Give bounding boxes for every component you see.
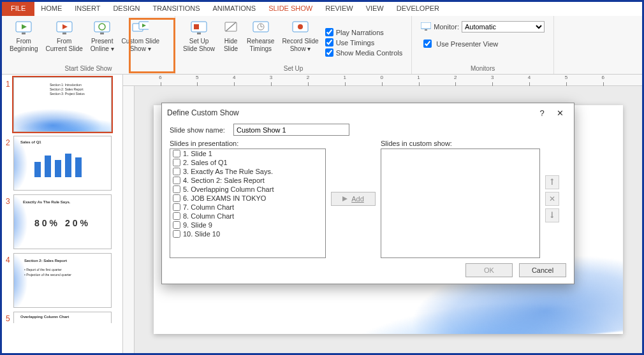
slide-thumb-5[interactable]: Overlapping Column Chart — [13, 312, 112, 323]
label: Set Up Slide Show — [183, 38, 215, 52]
list-item[interactable]: 2. Sales of Q1 — [170, 158, 325, 167]
app-window: FILE HOME INSERT DESIGN TRANSITIONS ANIM… — [0, 0, 644, 355]
arrow-right-icon — [342, 196, 349, 201]
svg-rect-14 — [197, 33, 201, 34]
list-item-checkbox[interactable] — [173, 212, 180, 220]
list-item-checkbox[interactable] — [173, 168, 180, 175]
record-slideshow-button[interactable]: Record Slide Show ▾ — [278, 17, 322, 65]
tab-slideshow[interactable]: SLIDE SHOW — [262, 2, 319, 16]
label: Record Slide Show ▾ — [282, 38, 318, 52]
custom-slide-show-button[interactable]: Custom Slide Show ▾ — [118, 17, 163, 65]
tab-view[interactable]: VIEW — [360, 2, 390, 16]
slide-thumb-4[interactable]: Section 2: Sales Report • Report of the … — [13, 253, 112, 308]
remove-button[interactable]: ✕ — [545, 192, 559, 206]
list-item-label: 5. Overlapping Column Chart — [183, 185, 274, 193]
from-beginning-button[interactable]: From Beginning — [6, 17, 41, 65]
tab-home[interactable]: HOME — [34, 2, 68, 16]
setup-slideshow-button[interactable]: Set Up Slide Show — [179, 17, 219, 65]
svg-rect-2 — [22, 33, 26, 34]
list-item-checkbox[interactable] — [173, 150, 180, 157]
slides-in-custom-show-label: Slides in custom show: — [381, 140, 540, 147]
svg-rect-5 — [62, 33, 66, 34]
list-item[interactable]: 3. Exactly As The Rule Says. — [170, 167, 325, 176]
thumb-number: 4 — [6, 253, 13, 264]
rehearse-timings-button[interactable]: Rehearse Timings — [243, 17, 278, 65]
vertical-ruler — [123, 86, 135, 353]
arrow-down-icon: 🠗 — [548, 211, 556, 220]
hide-slide-button[interactable]: Hide Slide — [219, 17, 243, 65]
x-icon: ✕ — [549, 194, 555, 203]
custom-show-icon — [132, 20, 149, 36]
move-up-button[interactable]: 🠕 — [545, 175, 559, 189]
svg-rect-24 — [425, 29, 427, 31]
horizontal-ruler: 6543210123456 — [123, 75, 642, 86]
slides-in-presentation-list[interactable]: 1. Slide 12. Sales of Q13. Exactly As Th… — [170, 149, 326, 258]
tab-transitions[interactable]: TRANSITIONS — [147, 2, 207, 16]
play-screen-current-icon — [56, 20, 73, 36]
list-item-label: 2. Sales of Q1 — [183, 159, 228, 166]
list-item[interactable]: 10. Slide 10 — [170, 229, 325, 238]
list-item[interactable]: 4. Section 2: Sales Report — [170, 176, 325, 185]
setup-checkboxes: Play Narrations Use Timings Show Media C… — [323, 17, 408, 65]
group-title-monitors: Monitors — [416, 65, 550, 74]
ribbon: From Beginning From Current Slide Presen… — [2, 16, 642, 75]
list-item-label: 4. Section 2: Sales Report — [183, 177, 265, 184]
rehearse-icon — [252, 20, 269, 36]
list-item-checkbox[interactable] — [173, 194, 180, 202]
tab-animations[interactable]: ANIMATIONS — [207, 2, 263, 16]
tab-design[interactable]: DESIGN — [106, 2, 146, 16]
list-item[interactable]: 7. Column Chart — [170, 203, 325, 212]
thumb-number: 3 — [6, 194, 13, 206]
slide-thumb-1[interactable]: Section 1: IntroductionSection 2: Sales … — [13, 77, 112, 132]
label: Present Online ▾ — [91, 38, 114, 52]
slide-thumbnail-panel[interactable]: 1 Section 1: IntroductionSection 2: Sale… — [2, 75, 123, 353]
help-button[interactable]: ? — [533, 106, 551, 120]
list-item[interactable]: 6. JOB EXAMS IN TOKYO — [170, 194, 325, 203]
use-presenter-view-check[interactable]: Use Presenter View — [421, 38, 545, 50]
play-narrations-check[interactable]: Play Narrations — [325, 28, 403, 36]
svg-marker-25 — [342, 196, 348, 201]
add-button[interactable]: Add — [331, 192, 376, 206]
list-item-checkbox[interactable] — [173, 230, 180, 238]
list-item-checkbox[interactable] — [173, 203, 180, 211]
list-item-label: 1. Slide 1 — [183, 150, 212, 157]
thumb-number: 2 — [6, 136, 13, 147]
list-item[interactable]: 9. Slide 9 — [170, 221, 325, 229]
use-timings-check[interactable]: Use Timings — [325, 38, 403, 47]
thumb-number: 5 — [6, 312, 13, 323]
arrow-up-icon: 🠕 — [548, 178, 556, 187]
list-item-label: 3. Exactly As The Rule Says. — [183, 168, 273, 175]
list-item[interactable]: 5. Overlapping Column Chart — [170, 185, 325, 194]
show-media-controls-check[interactable]: Show Media Controls — [325, 48, 403, 57]
group-title-start: Start Slide Show — [6, 65, 171, 74]
tab-review[interactable]: REVIEW — [319, 2, 359, 16]
list-item[interactable]: 1. Slide 1 — [170, 149, 325, 158]
list-item-label: 7. Column Chart — [183, 203, 234, 211]
label: Custom Slide Show ▾ — [122, 38, 159, 52]
from-current-slide-button[interactable]: From Current Slide — [41, 17, 86, 65]
list-item-checkbox[interactable] — [173, 221, 180, 229]
close-button[interactable]: ✕ — [551, 106, 569, 120]
move-down-button[interactable]: 🠗 — [545, 208, 559, 222]
ok-button[interactable]: OK — [465, 263, 513, 277]
list-item-checkbox[interactable] — [173, 159, 180, 166]
cancel-button[interactable]: Cancel — [519, 263, 566, 277]
label: Hide Slide — [224, 38, 238, 52]
label: From Beginning — [10, 38, 38, 52]
slide-thumb-2[interactable]: Sales of Q1 — [13, 136, 112, 191]
present-online-icon — [94, 20, 110, 36]
tab-developer[interactable]: DEVELOPER — [390, 2, 446, 16]
monitor-select[interactable]: Automatic — [462, 21, 545, 33]
slides-in-custom-show-list[interactable] — [381, 149, 540, 258]
tab-file[interactable]: FILE — [2, 2, 34, 16]
present-online-button[interactable]: Present Online ▾ — [87, 17, 118, 65]
list-item-label: 8. Column Chart — [183, 212, 234, 220]
tab-insert[interactable]: INSERT — [68, 2, 106, 16]
slideshow-name-input[interactable] — [233, 124, 349, 136]
list-item-checkbox[interactable] — [173, 185, 180, 193]
svg-rect-8 — [100, 33, 104, 34]
setup-icon — [191, 20, 207, 36]
list-item[interactable]: 8. Column Chart — [170, 212, 325, 221]
slide-thumb-3[interactable]: Exactly As The Rule Says. 80% 20% — [13, 194, 112, 249]
list-item-checkbox[interactable] — [173, 177, 180, 184]
